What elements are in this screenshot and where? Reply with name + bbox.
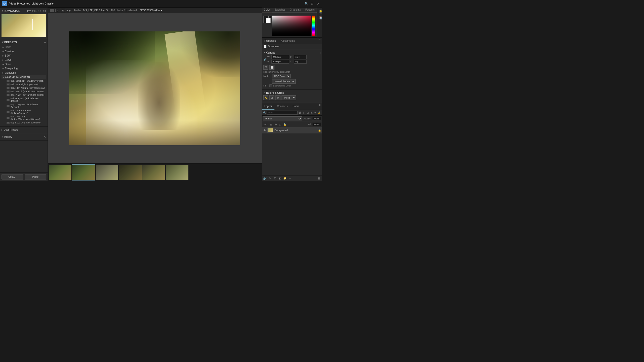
canvas-portrait-icon[interactable]: ⬜: [269, 65, 274, 70]
tab-patterns[interactable]: Patterns: [303, 8, 317, 12]
navigator-header[interactable]: ▼ Navigator FIT FILL 1:1 2:1: [2, 9, 46, 13]
preset-folder-vflo-header[interactable]: ▼ 00-02 VFLO - MODERN: [2, 75, 46, 79]
layer-type-icon[interactable]: 🖼: [298, 111, 302, 115]
rulers-section-label: Rulers & Grids: [266, 92, 320, 94]
rulers-title[interactable]: ▼ Rulers & Grids: [263, 91, 320, 95]
tab-gradients[interactable]: Gradients: [288, 8, 303, 12]
preset-item-02a[interactable]: 02a. Soft Light (Shade/Overcast): [2, 79, 46, 83]
filmstrip-thumb-6[interactable]: [166, 165, 188, 180]
canvas-fit-icon[interactable]: ⊡: [263, 65, 268, 70]
layer-fx-icon[interactable]: fx: [310, 111, 313, 115]
tab-layers[interactable]: Layers: [262, 103, 274, 110]
layer-item-background[interactable]: 👁 Background 🔒: [262, 127, 322, 133]
add-mask-icon[interactable]: ⊡: [273, 176, 277, 180]
layers-menu-icon[interactable]: ≡: [317, 103, 322, 110]
grid-icon[interactable]: ⊞: [269, 95, 274, 100]
layer-mode-select[interactable]: Normal: [263, 116, 302, 121]
layer-star-icon[interactable]: ★: [314, 111, 317, 115]
filmstrip-thumb-2[interactable]: [72, 165, 95, 180]
preset-item-02b[interactable]: 02b. Hard Light (Open Sun): [2, 83, 46, 86]
copy-button[interactable]: Copy...: [2, 174, 23, 179]
paste-button[interactable]: Paste: [25, 174, 46, 179]
window-icon[interactable]: ⊟: [310, 2, 314, 6]
user-presets-header[interactable]: ▶ User Presets: [2, 128, 46, 132]
opacity-input[interactable]: [312, 117, 321, 120]
canvas-mode-select[interactable]: RGB Color: [272, 74, 291, 78]
history-header[interactable]: ▼ History ✕: [2, 134, 46, 139]
canvas-title[interactable]: ▼ Canvas |: [263, 51, 320, 55]
lock-artboards-icon[interactable]: ⬚: [278, 123, 282, 126]
add-fill-icon[interactable]: ◐: [278, 176, 282, 180]
filmstrip-thumb-4[interactable]: [119, 165, 142, 180]
layers-search-input[interactable]: [267, 111, 298, 115]
fg-bg-swatch[interactable]: [263, 16, 271, 23]
lock-all-icon[interactable]: 🔒: [283, 123, 287, 126]
preset-group-sharpening-header[interactable]: ▶ Sharpening: [2, 67, 46, 70]
preset-group-vignetting-header[interactable]: ▶ Vignetting: [2, 71, 46, 75]
preset-item-02j[interactable]: 02j. B&W (Any light condition): [2, 121, 46, 124]
preset-group-color-header[interactable]: ▶ Color: [2, 45, 46, 49]
layer-visibility-toggle[interactable]: 👁: [263, 128, 266, 132]
rulers-unit-select[interactable]: Pixels: [281, 95, 296, 100]
layer-transform-icon[interactable]: ⊡: [306, 111, 309, 115]
preset-item-02i[interactable]: 02i. Green Tint (Nature/Fluorescent/Wind…: [2, 115, 46, 121]
fill-checkbox[interactable]: [269, 84, 272, 87]
presets-add-button[interactable]: +: [44, 40, 46, 44]
delete-layer-icon[interactable]: 🗑: [317, 176, 321, 180]
image-viewport[interactable]: [48, 13, 262, 163]
properties-menu-icon[interactable]: ≡: [317, 38, 322, 44]
close-icon[interactable]: ✕: [316, 2, 320, 6]
add-fx-icon[interactable]: fx: [268, 176, 272, 180]
canvas-y-field[interactable]: [294, 60, 307, 64]
zoom-fit[interactable]: FIT: [27, 10, 31, 12]
ruler-icon[interactable]: 📏: [263, 95, 268, 100]
learn-item[interactable]: 💡 Learn: [318, 9, 322, 15]
canvas-width-field[interactable]: [271, 55, 289, 59]
lock-pixels-icon[interactable]: ⊠: [269, 123, 273, 126]
canvas-height-field[interactable]: [271, 60, 289, 64]
tab-paths[interactable]: Paths: [290, 103, 302, 110]
layer-lock-filter-icon[interactable]: 🔒: [317, 111, 321, 115]
zoom-fill[interactable]: FILL: [32, 10, 37, 12]
filmstrip-thumb-5[interactable]: [142, 165, 165, 180]
tab-channels[interactable]: Channels: [274, 103, 290, 110]
add-layer-icon[interactable]: +: [288, 176, 292, 180]
color-hue-slider[interactable]: [312, 16, 315, 36]
fill-input[interactable]: [312, 123, 321, 126]
tab-adjustments[interactable]: Adjustments: [278, 38, 297, 44]
view-mode-2[interactable]: 2: [55, 9, 60, 12]
zoom-1to1[interactable]: 1:1: [38, 10, 42, 12]
add-group-icon[interactable]: 📁: [283, 176, 287, 180]
background-color[interactable]: [266, 18, 271, 23]
color-gradient-box[interactable]: [272, 16, 311, 36]
preset-group-creative-header[interactable]: ▶ Creative: [2, 50, 46, 53]
guides-icon[interactable]: ⊕: [275, 95, 280, 100]
preset-item-02c[interactable]: 02c. HDR Natural (Environmental): [2, 86, 46, 90]
tab-color[interactable]: Color: [262, 8, 272, 12]
preset-group-curve-header[interactable]: ▶ Curve: [2, 58, 46, 62]
view-mode-grid[interactable]: ⊞: [61, 9, 65, 12]
view-mode-1[interactable]: 1: [50, 9, 54, 12]
preset-group-grain-header[interactable]: ▶ Grain: [2, 62, 46, 66]
preset-item-02f[interactable]: 02f. Tungsten (Indoor/3000-4000K): [2, 97, 46, 103]
libraries-item[interactable]: 📚 Librari...: [318, 15, 322, 21]
preset-item-02g[interactable]: 02g. Tungsten Mix (w/ Blue Daylight): [2, 103, 46, 109]
preset-group-bw-header[interactable]: ▶ B&W: [2, 54, 46, 58]
tab-properties[interactable]: Properties: [262, 38, 278, 44]
zoom-2to1[interactable]: 2:1: [43, 10, 46, 12]
canvas-bits-select[interactable]: 16 Bits/Channel: [272, 79, 296, 84]
link-layers-icon[interactable]: 🔗: [263, 176, 267, 180]
layer-text-icon[interactable]: T: [302, 111, 305, 115]
nav-next-button[interactable]: ▶: [69, 9, 71, 12]
history-close-button[interactable]: ✕: [44, 135, 46, 139]
preset-item-02h[interactable]: 02h. Over Saturated (Uplight/Dancing): [2, 109, 46, 115]
lock-position-icon[interactable]: ✛: [274, 123, 277, 126]
canvas-x-field[interactable]: [294, 55, 307, 59]
nav-prev-button[interactable]: ◀: [66, 9, 68, 12]
filmstrip-thumb-3[interactable]: [96, 165, 118, 180]
preset-item-02d[interactable]: 02d. Backlit (Flare/Low Contrast): [2, 90, 46, 93]
filmstrip-thumb-1[interactable]: [49, 165, 71, 180]
tab-swatches[interactable]: Swatches: [272, 8, 287, 12]
search-icon[interactable]: 🔍: [304, 2, 308, 6]
preset-item-02e[interactable]: 02e. Flash (Daylight/5000-6000K): [2, 93, 46, 97]
